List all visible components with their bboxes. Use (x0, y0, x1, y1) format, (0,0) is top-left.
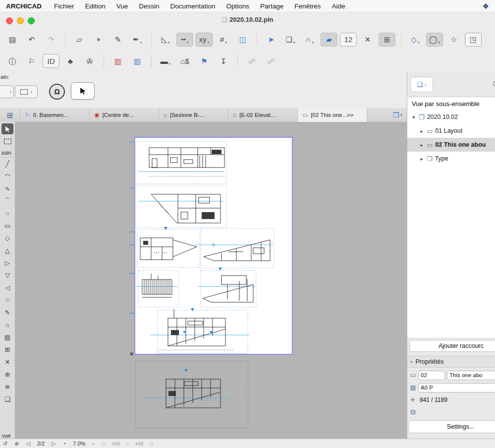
tool-hatch-button[interactable]: ▤ (0, 331, 15, 343)
tool-line-button[interactable]: ╱ (0, 158, 15, 170)
marquee-tool[interactable] (1, 136, 13, 147)
renovation-filter-button[interactable]: ▰ (321, 33, 337, 47)
zoom-in-button[interactable]: ⊕ (14, 441, 19, 447)
renovation-new-button[interactable]: ▥ (129, 54, 146, 68)
settings-button[interactable]: Settings... (408, 420, 495, 433)
menu-item[interactable]: Fenêtres (289, 2, 326, 10)
tool-circle-button[interactable]: ○ (0, 207, 15, 220)
inject-parameters-button[interactable]: ✒ ▾ (129, 33, 146, 47)
landscaping-button[interactable]: ♣ (62, 54, 79, 68)
save-button[interactable]: ▤ (4, 33, 21, 47)
pick-up-parameters-button[interactable]: ✎ (110, 33, 126, 47)
layout-name-field[interactable] (447, 371, 495, 380)
menu-item[interactable]: Vue (111, 2, 134, 10)
suspend-groups-button[interactable]: ✕ (359, 33, 376, 47)
layout-drawing-2[interactable] (151, 194, 220, 223)
menu-item[interactable]: Partage (255, 2, 289, 10)
pet-palette-button[interactable]: ◔ (63, 441, 66, 447)
project-chooser-button[interactable]: ❏ › (410, 77, 433, 92)
link-second-button[interactable]: ☍ (263, 54, 279, 68)
tool-arc-button[interactable]: ◠ (0, 170, 15, 182)
project-location-button[interactable]: ⚐ (23, 54, 40, 68)
autogroup-button[interactable]: ⊞ (379, 33, 395, 47)
trace-reference-button[interactable]: ❏ ▾ (282, 33, 299, 47)
tool-grid-button[interactable]: ⊞ (0, 343, 15, 356)
tab-overview-button[interactable]: ⊞ (0, 108, 20, 122)
element-information-button[interactable]: ⓘ (4, 54, 21, 68)
view-tab[interactable]: ▭ [02 This one...>> (298, 108, 367, 122)
layout-id-field[interactable] (418, 371, 445, 380)
interior-elements-button[interactable]: ▬ ▾ (157, 54, 174, 68)
navigator-tree-item[interactable]: ▸ ❒ Type (407, 152, 495, 166)
tool-star-button[interactable]: ☆ (0, 294, 15, 306)
tool-rect-button[interactable]: ▭ (0, 220, 15, 232)
coordinate-input-button[interactable]: xy ▾ (196, 33, 213, 47)
guide-lines-button[interactable]: ╍ ▾ (176, 33, 193, 47)
dimension-preferences-button[interactable]: 12 (340, 33, 357, 47)
view-tab[interactable]: ⌂ [E-02 Elevat... (228, 108, 298, 122)
layout-drawing-7[interactable] (159, 309, 233, 350)
snap-grid-button[interactable]: # ▾ (215, 33, 232, 47)
tool-triangle-down-button[interactable]: ▽ (0, 269, 15, 281)
zoom-menu-button[interactable]: › (92, 441, 94, 447)
disclosure-icon[interactable]: ▸ (419, 128, 424, 134)
page-indicator-button[interactable]: 2/2 (37, 441, 45, 447)
arrow-tool-button[interactable] (71, 82, 95, 100)
editing-plane-button[interactable]: ◫ (234, 33, 251, 47)
drawing-scale-value-button[interactable]: n/d (136, 441, 143, 447)
layout-drawing-3[interactable] (140, 238, 197, 260)
menu-item[interactable]: Fichier (49, 2, 80, 10)
guide-angle-button[interactable]: ◺ ▾ (157, 33, 174, 47)
disclosure-icon[interactable]: ▸ (419, 156, 424, 162)
paper-indicator-button[interactable]: ▯ (150, 441, 153, 447)
tool-triangle-right-button[interactable]: ▷ (0, 257, 15, 269)
cut-combo-button[interactable]: › (0, 85, 14, 98)
zone-flag-button[interactable]: ⚑ (196, 54, 213, 68)
navigator-view-mode-select[interactable]: Vue par sous-ensemble (407, 97, 495, 111)
link-first-button[interactable]: ☍ (243, 54, 260, 68)
favorites-button[interactable]: ☆ (445, 33, 462, 47)
tool-home-button[interactable]: ⌂ (0, 319, 15, 331)
layout-drawing-6[interactable] (203, 276, 253, 302)
property-cost-button[interactable]: ⌂$ (176, 54, 193, 68)
3d-style-button[interactable]: ◇ ▾ (407, 33, 424, 47)
layout-drawing-1[interactable] (148, 148, 225, 176)
scale-value-button[interactable]: n/d (112, 441, 120, 447)
layout-book-button[interactable]: ❐ ▾ (391, 110, 404, 120)
zoom-level-button[interactable]: 7.0% (73, 441, 85, 447)
paper-format-field[interactable] (418, 383, 495, 392)
magnet-snap-toggle[interactable]: Ω (49, 84, 65, 100)
next-page-button[interactable]: ▷ (52, 441, 55, 447)
menu-item[interactable]: Aide (327, 2, 351, 10)
disclosure-icon[interactable]: ▾ (411, 114, 416, 120)
layout-canvas[interactable]: ✕ (15, 122, 407, 439)
tool-poly-button[interactable]: ◇ (0, 232, 15, 244)
element-id-button[interactable]: ID (43, 54, 59, 68)
sync-button[interactable]: ↺ (3, 441, 7, 447)
view-tab[interactable]: ◉ [Centre de... (90, 108, 159, 122)
navigator-tree-item[interactable]: ▾ ❐ 2020.10.02 (407, 110, 495, 124)
tool-triangle-left-button[interactable]: ◁ (0, 281, 15, 294)
tags-button[interactable]: ✇ (81, 54, 98, 68)
tool-cross-button[interactable]: ✕ (0, 356, 15, 368)
tool-curve-button[interactable]: ⌒ (0, 195, 15, 207)
tool-plus-button[interactable]: ⊕ (0, 368, 15, 381)
redo-button[interactable]: ↷ (43, 33, 59, 47)
publish-button[interactable]: ◳ (465, 33, 482, 47)
layout-page[interactable]: ✕ (134, 137, 293, 355)
marquee-transform-button[interactable]: ▱ (71, 33, 88, 47)
marquee-method-combo[interactable]: › (15, 85, 38, 98)
3d-projection-button[interactable]: ◯ ▾ (426, 33, 443, 47)
add-shortcut-button[interactable]: Ajouter raccourc (409, 340, 495, 352)
tool-spline-button[interactable]: ∿ (0, 182, 15, 195)
menu-item[interactable]: Options (220, 2, 255, 10)
home-icon[interactable]: ⌂ (493, 78, 495, 87)
prev-page-button[interactable]: ◁ (26, 441, 30, 447)
tool-triangle-up-button[interactable]: △ (0, 244, 15, 257)
undo-button[interactable]: ↶ (23, 33, 40, 47)
offpage-drawing-region[interactable] (135, 361, 248, 429)
arrow-select-tool[interactable] (1, 123, 13, 134)
view-tab[interactable]: ⌂ [Sezione B-... (159, 108, 228, 122)
navigator-tree-item[interactable]: ▸ ▭ 02 This one abou (407, 138, 495, 152)
disclosure-icon[interactable]: ▸ (419, 142, 424, 148)
